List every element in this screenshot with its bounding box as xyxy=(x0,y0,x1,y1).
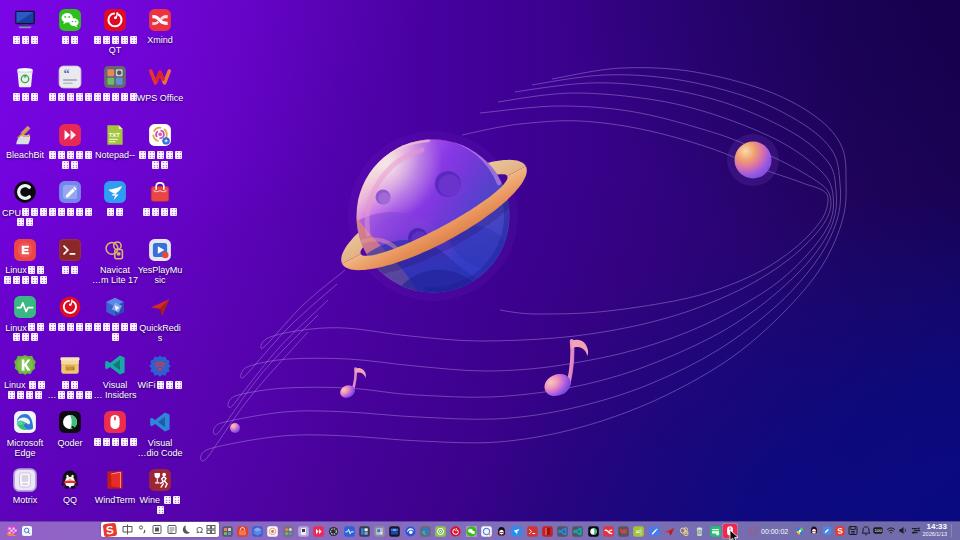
svg-text:TXT: TXT xyxy=(109,131,121,137)
svg-text:100: 100 xyxy=(875,528,883,533)
svg-text:“: “ xyxy=(63,67,69,81)
svg-text:UOS: UOS xyxy=(66,365,75,370)
svg-text:00:00:02: 00:00:02 xyxy=(761,528,788,535)
svg-text:Ω: Ω xyxy=(196,524,203,535)
